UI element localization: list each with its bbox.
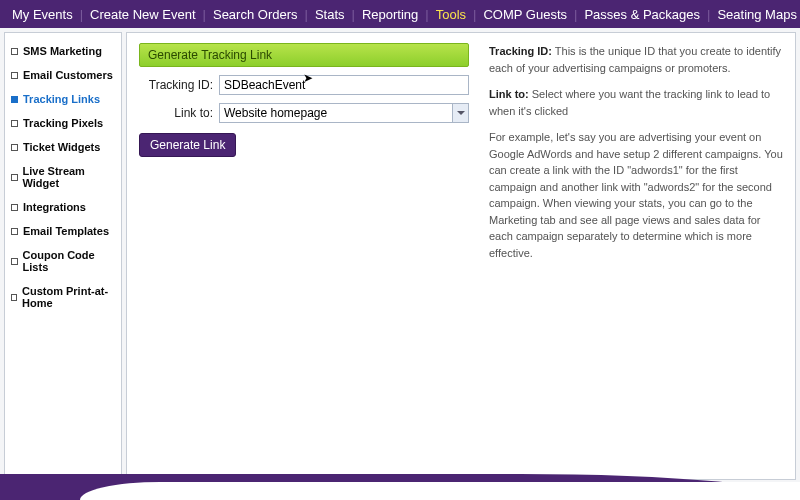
help-example: For example, let's say you are advertisi… [489, 129, 783, 261]
sidebar-item-label: Tracking Pixels [23, 117, 103, 129]
bullet-icon [11, 228, 18, 235]
sidebar-item-coupon-code-lists[interactable]: Coupon Code Lists [5, 243, 121, 279]
tracking-id-input[interactable] [219, 75, 469, 95]
nav-seating-maps[interactable]: Seating Maps [711, 7, 800, 22]
help-column: Tracking ID: This is the unique ID that … [489, 43, 783, 469]
form-column: Generate Tracking Link Tracking ID: Link… [139, 43, 469, 469]
chevron-down-icon [452, 104, 468, 122]
tracking-id-label: Tracking ID: [139, 78, 219, 92]
nav-create-new-event[interactable]: Create New Event [84, 7, 202, 22]
bullet-icon [11, 72, 18, 79]
sidebar-item-label: Email Templates [23, 225, 109, 237]
sidebar-item-sms-marketing[interactable]: SMS Marketing [5, 39, 121, 63]
panel-title: Generate Tracking Link [139, 43, 469, 67]
bullet-icon [11, 144, 18, 151]
sidebar-item-email-customers[interactable]: Email Customers [5, 63, 121, 87]
sidebar-item-label: Coupon Code Lists [23, 249, 115, 273]
nav-stats[interactable]: Stats [309, 7, 351, 22]
sidebar-item-tracking-pixels[interactable]: Tracking Pixels [5, 111, 121, 135]
nav-tools[interactable]: Tools [430, 7, 472, 22]
bullet-icon [11, 96, 18, 103]
help-tracking-id: Tracking ID: This is the unique ID that … [489, 43, 783, 76]
sidebar-item-tracking-links[interactable]: Tracking Links [5, 87, 121, 111]
nav-reporting[interactable]: Reporting [356, 7, 424, 22]
nav-my-events[interactable]: My Events [6, 7, 79, 22]
sidebar-item-integrations[interactable]: Integrations [5, 195, 121, 219]
nav-search-orders[interactable]: Search Orders [207, 7, 304, 22]
sidebar-item-label: Custom Print-at-Home [22, 285, 115, 309]
link-to-selected-value: Website homepage [224, 106, 327, 120]
nav-comp-guests[interactable]: COMP Guests [477, 7, 573, 22]
bullet-icon [11, 258, 18, 265]
generate-link-button[interactable]: Generate Link [139, 133, 236, 157]
link-to-select[interactable]: Website homepage [219, 103, 469, 123]
sidebar-item-label: Integrations [23, 201, 86, 213]
bullet-icon [11, 120, 18, 127]
sidebar-item-email-templates[interactable]: Email Templates [5, 219, 121, 243]
sidebar-item-label: Live Stream Widget [23, 165, 115, 189]
link-to-label: Link to: [139, 106, 219, 120]
bullet-icon [11, 204, 18, 211]
sidebar-item-label: Tracking Links [23, 93, 100, 105]
main-panel: Generate Tracking Link Tracking ID: Link… [126, 32, 796, 480]
footer-text [80, 482, 800, 500]
sidebar-item-label: Ticket Widgets [23, 141, 100, 153]
top-nav: My Events| Create New Event| Search Orde… [0, 0, 800, 28]
bullet-icon [11, 48, 18, 55]
sidebar-item-label: SMS Marketing [23, 45, 102, 57]
nav-passes-packages[interactable]: Passes & Packages [578, 7, 706, 22]
sidebar: SMS Marketing Email Customers Tracking L… [4, 32, 122, 480]
help-link-to: Link to: Select where you want the track… [489, 86, 783, 119]
sidebar-item-live-stream-widget[interactable]: Live Stream Widget [5, 159, 121, 195]
bullet-icon [11, 174, 18, 181]
bullet-icon [11, 294, 17, 301]
sidebar-item-ticket-widgets[interactable]: Ticket Widgets [5, 135, 121, 159]
sidebar-item-custom-print-at-home[interactable]: Custom Print-at-Home [5, 279, 121, 315]
sidebar-item-label: Email Customers [23, 69, 113, 81]
